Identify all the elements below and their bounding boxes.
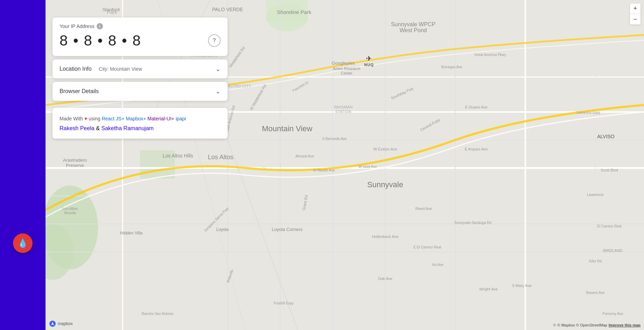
location-accordion-title-group: Location Info City: Mountain View (60, 66, 142, 72)
svg-text:Googleplex: Googleplex (332, 61, 355, 66)
ip-address-display: 8 • 8 • 8 • 8 (60, 32, 141, 49)
svg-text:Stanford: Stanford (102, 7, 119, 12)
airplane-icon: ✈ (366, 54, 372, 63)
svg-text:Shoreline Park: Shoreline Park (277, 9, 312, 15)
svg-text:Scott Blvd: Scott Blvd (601, 168, 618, 172)
airport-label: NUQ (364, 63, 374, 67)
ipapi-link[interactable]: ipapi (174, 116, 186, 121)
svg-text:Mountain View: Mountain View (262, 124, 312, 133)
mapbox-logo: mapbox (49, 320, 73, 327)
svg-text:El Camino Real: El Camino Real (597, 224, 621, 228)
svg-text:Woods: Woods (64, 211, 76, 215)
mapbox-text: mapbox (58, 321, 73, 326)
svg-text:Arastradero: Arastradero (63, 157, 87, 163)
question-icon: ? (213, 37, 216, 44)
fab-button[interactable]: 💧 (13, 233, 33, 253)
svg-text:Loyola: Loyola (216, 227, 229, 232)
ip-label: Your IP Address (60, 23, 95, 29)
map-attribution: © © Mapbox © OpenStreetMap Improve this … (553, 323, 640, 327)
location-accordion-subtitle: City: Mountain View (99, 66, 142, 72)
ip-address-row: 8 • 8 • 8 • 8 ? (60, 32, 221, 49)
zoom-out-button[interactable]: − (630, 14, 640, 24)
authors-row: Rakesh Peela & Saketha Ramanujam (60, 125, 221, 132)
svg-text:E El Camino Real: E El Camino Real (414, 245, 441, 249)
material-ui-link[interactable]: Material-UI+ (146, 116, 174, 121)
svg-text:Los Altos: Los Altos (208, 154, 233, 161)
svg-text:BIRDLAND: BIRDLAND (603, 248, 623, 253)
credit-text: Made With ♥ using React JS+ Mapbox+ Mate… (60, 115, 221, 122)
svg-text:Loyola Corners: Loyola Corners (272, 227, 303, 232)
svg-text:S Bernardo Ave: S Bernardo Ave (322, 137, 347, 141)
svg-text:Iris Ave: Iris Ave (432, 263, 444, 267)
location-accordion-title: Location Info (60, 66, 92, 72)
author1-link[interactable]: Rakesh Peela (60, 125, 95, 131)
svg-text:Lawrence: Lawrence (587, 192, 604, 197)
svg-text:Pomeroy Ave: Pomeroy Ave (602, 312, 623, 316)
svg-text:Great America Pkwy: Great America Pkwy (475, 53, 506, 57)
svg-text:Los Altos: Los Altos (62, 206, 78, 211)
svg-text:Hidden Villa: Hidden Villa (120, 231, 143, 236)
svg-text:CASTRO CITY: CASTRO CITY (225, 84, 251, 88)
svg-text:W Evelyn Ave: W Evelyn Ave (373, 147, 397, 151)
location-chevron-icon: ⌄ (215, 65, 221, 73)
svg-text:Sunnyvale-Saratoga Rd: Sunnyvale-Saratoga Rd (454, 221, 491, 225)
airport-marker: ✈ NUQ (364, 54, 374, 67)
svg-text:Lawrence Expy: Lawrence Expy (576, 111, 600, 114)
svg-text:Bowers Ave: Bowers Ave (586, 291, 605, 295)
svg-text:Oak Ave: Oak Ave (378, 276, 392, 281)
mapbox-attribution-link[interactable]: © Mapbox © OpenStreetMap (558, 323, 607, 327)
browser-chevron-icon: ⌄ (215, 87, 221, 95)
svg-text:S Mary Ave: S Mary Ave (512, 283, 532, 288)
map-zoom-controls: + − (630, 3, 640, 24)
svg-text:E Duane Ave: E Duane Ave (465, 105, 487, 109)
location-accordion-header[interactable]: Location Info City: Mountain View ⌄ (53, 59, 228, 78)
browser-accordion-title: Browser Details (60, 88, 99, 94)
svg-text:W Iowa Ave: W Iowa Ave (359, 165, 377, 169)
improve-map-link[interactable]: Improve this map (609, 323, 640, 327)
location-accordion: Location Info City: Mountain View ⌄ (53, 59, 228, 78)
svg-text:Ames Research: Ames Research (333, 66, 360, 71)
zoom-in-button[interactable]: + (630, 3, 640, 14)
sidebar (0, 0, 46, 330)
svg-text:Preserve: Preserve (66, 163, 84, 168)
svg-text:Hollenbeck Ave: Hollenbeck Ave (372, 234, 399, 239)
svg-text:Center: Center (341, 71, 352, 75)
author2-link[interactable]: Saketha Ramanujam (101, 125, 153, 131)
svg-text:Foothill Expy: Foothill Expy (273, 301, 293, 305)
browser-accordion-header[interactable]: Browser Details ⌄ (53, 82, 228, 101)
author-separator: & (96, 125, 100, 131)
ip-card: Your IP Address i 8 • 8 • 8 • 8 ? (53, 17, 228, 56)
svg-text:Rancho San Antonio: Rancho San Antonio (141, 312, 174, 316)
svg-text:Sunnyvale WPCP: Sunnyvale WPCP (391, 21, 435, 27)
svg-text:E Arques Ave: E Arques Ave (465, 147, 488, 151)
panels-container: Your IP Address i 8 • 8 • 8 • 8 ? Locati… (53, 17, 228, 139)
mapbox-copyright: © (553, 323, 556, 327)
heart-icon: ♥ (84, 116, 87, 121)
svg-text:West Pond: West Pond (400, 27, 427, 33)
svg-text:Los Altos Hills: Los Altos Hills (162, 153, 193, 159)
svg-text:Almond Ave: Almond Ave (295, 154, 314, 158)
svg-text:Borregas Ave: Borregas Ave (441, 65, 462, 69)
ip-label-row: Your IP Address i (60, 23, 221, 29)
svg-text:ALVISO: ALVISO (597, 134, 615, 139)
ip-question-button[interactable]: ? (208, 34, 221, 47)
react-link[interactable]: React JS+ (102, 116, 124, 121)
svg-text:Sunnyvale: Sunnyvale (367, 180, 403, 189)
made-with-label: Made With (60, 116, 84, 121)
ip-info-icon[interactable]: i (97, 23, 103, 29)
water-drop-icon: 💧 (18, 238, 28, 248)
svg-text:Kifer Rd: Kifer Rd (589, 259, 602, 263)
svg-text:Reed Ave: Reed Ave (415, 206, 432, 211)
svg-text:PALO VERDE: PALO VERDE (212, 7, 243, 12)
svg-text:WHISMAN: WHISMAN (334, 105, 352, 109)
svg-text:Wright Ave: Wright Ave (479, 287, 498, 291)
browser-accordion: Browser Details ⌄ (53, 82, 228, 101)
mapbox-link[interactable]: Mapbox+ (124, 116, 146, 121)
svg-text:W Maude Ave: W Maude Ave (313, 168, 335, 172)
svg-text:STATION: STATION (335, 110, 351, 114)
credit-card: Made With ♥ using React JS+ Mapbox+ Mate… (53, 108, 228, 139)
using-label: using (87, 116, 102, 121)
